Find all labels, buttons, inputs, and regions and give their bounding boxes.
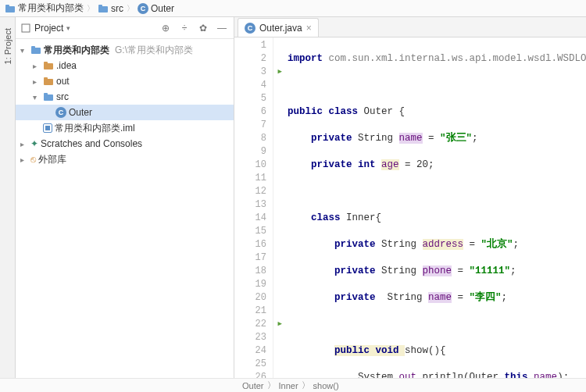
structure-breadcrumb: Outer 〉 Inner 〉 show() bbox=[0, 378, 586, 392]
close-icon[interactable]: × bbox=[306, 23, 312, 34]
folder-icon bbox=[43, 60, 54, 71]
class-icon: C bbox=[55, 107, 66, 118]
svg-rect-9 bbox=[44, 79, 53, 85]
tree-external-libs[interactable]: ▸ ⎋ 外部库 bbox=[16, 151, 234, 167]
chevron-right-icon: 〉 bbox=[302, 380, 310, 391]
svg-rect-2 bbox=[98, 6, 108, 12]
tree-scratches[interactable]: ▸ ✦ Scratches and Consoles bbox=[16, 136, 234, 151]
target-icon[interactable]: ⊕ bbox=[159, 21, 173, 35]
crumb-method[interactable]: show() bbox=[313, 381, 339, 390]
tree-out[interactable]: ▸ out bbox=[16, 73, 234, 89]
divide-icon[interactable]: ÷ bbox=[177, 21, 191, 35]
crumb-outer[interactable]: Outer bbox=[242, 381, 264, 390]
folder-icon bbox=[43, 91, 54, 102]
editor-area: C Outer.java × 1234567891011121314151617… bbox=[234, 17, 586, 378]
tree-root-label: 常用类和内部类 bbox=[44, 44, 109, 57]
project-panel-title-label: Project bbox=[34, 23, 63, 34]
folder-icon bbox=[43, 76, 54, 87]
svg-rect-3 bbox=[98, 5, 102, 7]
chevron-right-icon: ▸ bbox=[20, 155, 28, 164]
tree-item-label: Outer bbox=[69, 107, 92, 118]
chevron-down-icon: ▾ bbox=[33, 93, 41, 102]
svg-rect-7 bbox=[44, 63, 53, 69]
tree-item-label: 外部库 bbox=[38, 153, 66, 166]
svg-rect-0 bbox=[5, 6, 15, 12]
chevron-right-icon: 〉 bbox=[127, 3, 134, 14]
tree-item-label: 常用类和内部类.iml bbox=[55, 122, 135, 135]
chevron-right-icon: ▸ bbox=[33, 62, 41, 70]
project-icon bbox=[20, 23, 31, 34]
tree-idea[interactable]: ▸ .idea bbox=[16, 58, 234, 73]
folder-icon bbox=[30, 45, 41, 55]
tree-iml[interactable]: 常用类和内部类.iml bbox=[16, 120, 234, 136]
collapse-icon[interactable]: — bbox=[215, 21, 229, 35]
breadcrumb-src-label: src bbox=[111, 3, 123, 14]
tool-window-bar: 1: Project bbox=[0, 17, 16, 378]
tree-item-label: src bbox=[56, 91, 69, 102]
editor-tab-label: Outer.java bbox=[259, 23, 302, 34]
svg-rect-10 bbox=[44, 77, 48, 80]
code-editor[interactable]: import com.sun.xml.internal.ws.api.model… bbox=[273, 37, 586, 378]
class-icon: C bbox=[138, 3, 148, 14]
folder-icon bbox=[5, 3, 16, 14]
tree-item-label: out bbox=[56, 76, 70, 87]
project-panel-header: Project ▾ ⊕ ÷ ✿ — bbox=[16, 17, 234, 39]
project-panel-title[interactable]: Project ▾ bbox=[20, 23, 70, 34]
class-icon: C bbox=[245, 23, 255, 34]
editor-gutter[interactable]: 1234567891011121314151617181920212223242… bbox=[234, 37, 273, 378]
breadcrumb-root[interactable]: 常用类和内部类 bbox=[5, 2, 84, 15]
chevron-right-icon: ▸ bbox=[20, 140, 28, 148]
tree-root-path: G:\常用类和内部类 bbox=[115, 44, 193, 57]
svg-rect-8 bbox=[44, 62, 48, 64]
chevron-right-icon: 〉 bbox=[87, 3, 95, 14]
scratches-icon: ✦ bbox=[30, 138, 38, 149]
project-panel: Project ▾ ⊕ ÷ ✿ — ▾ 常用类和内部类 G:\常用类和内部类 ▸… bbox=[16, 17, 234, 378]
project-tool-button[interactable]: 1: Project bbox=[3, 28, 13, 64]
svg-rect-5 bbox=[31, 48, 41, 54]
breadcrumb-class[interactable]: C Outer bbox=[138, 3, 174, 14]
tree-item-label: Scratches and Consoles bbox=[41, 138, 142, 149]
editor-tabbar: C Outer.java × bbox=[234, 17, 586, 37]
crumb-inner[interactable]: Inner bbox=[279, 381, 298, 390]
chevron-down-icon: ▾ bbox=[20, 46, 28, 55]
folder-icon bbox=[98, 3, 109, 14]
chevron-right-icon: 〉 bbox=[267, 380, 276, 391]
svg-rect-1 bbox=[5, 5, 9, 7]
module-icon bbox=[43, 123, 52, 133]
tree-outer-class[interactable]: C Outer bbox=[16, 105, 234, 120]
chevron-right-icon: ▸ bbox=[33, 77, 41, 86]
svg-rect-4 bbox=[22, 24, 30, 32]
svg-rect-11 bbox=[44, 94, 53, 101]
gear-icon[interactable]: ✿ bbox=[196, 21, 210, 35]
svg-rect-12 bbox=[44, 93, 48, 95]
tree-item-label: .idea bbox=[56, 60, 77, 71]
editor-tab[interactable]: C Outer.java × bbox=[238, 18, 319, 37]
libraries-icon: ⎋ bbox=[30, 154, 36, 165]
breadcrumb-src[interactable]: src bbox=[98, 3, 123, 14]
breadcrumb-class-label: Outer bbox=[151, 3, 174, 14]
svg-rect-6 bbox=[31, 46, 35, 48]
tree-root[interactable]: ▾ 常用类和内部类 G:\常用类和内部类 bbox=[16, 42, 234, 58]
project-tree[interactable]: ▾ 常用类和内部类 G:\常用类和内部类 ▸ .idea ▸ out ▾ src bbox=[16, 39, 234, 378]
tree-src[interactable]: ▾ src bbox=[16, 89, 234, 105]
breadcrumb: 常用类和内部类 〉 src 〉 C Outer bbox=[0, 0, 586, 17]
chevron-down-icon: ▾ bbox=[66, 24, 70, 32]
breadcrumb-root-label: 常用类和内部类 bbox=[18, 2, 84, 15]
editor-body: 1234567891011121314151617181920212223242… bbox=[234, 37, 586, 378]
